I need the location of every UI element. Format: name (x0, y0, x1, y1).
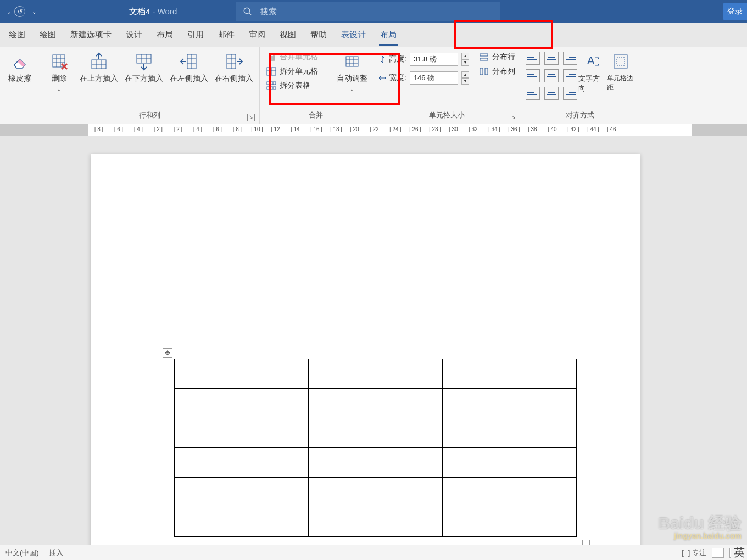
insert-below-icon (134, 52, 154, 71)
merge-group-label: 合并 (263, 110, 369, 122)
align-mid-left[interactable] (526, 69, 540, 82)
login-button[interactable]: 登录 (723, 3, 747, 20)
align-top-right[interactable] (563, 52, 577, 65)
height-spinner[interactable]: ▲▼ (461, 53, 469, 66)
tab-new[interactable]: 新建选项卡 (64, 24, 118, 46)
align-top-left[interactable] (526, 52, 540, 65)
chevron-down-icon: ⌄ (350, 87, 354, 92)
tab-draw1[interactable]: 绘图 (2, 24, 32, 46)
dialog-launcher-icon[interactable]: ↘ (510, 114, 517, 121)
svg-rect-34 (346, 57, 358, 66)
alignment-grid[interactable] (526, 48, 577, 100)
split-cells-icon (266, 66, 276, 76)
align-mid-right[interactable] (563, 69, 577, 82)
svg-rect-41 (480, 68, 483, 75)
split-table-button[interactable]: 拆分表格 (263, 79, 335, 92)
merge-cells-icon: ▦ (266, 52, 276, 62)
align-bot-right[interactable] (563, 87, 577, 100)
insert-below-button[interactable]: 在下方插入 (122, 48, 166, 83)
svg-rect-44 (614, 55, 627, 68)
width-spinner[interactable]: ▲▼ (461, 71, 469, 85)
tab-draw2[interactable]: 绘图 (33, 24, 63, 46)
cell-margins-icon (611, 52, 631, 71)
titlebar: ⌄ ↺ ⌄ 文档4 - Word 搜索 登录 (0, 0, 747, 23)
distribute-cols-button[interactable]: 分布列 (476, 65, 519, 78)
ribbon-tabs: 绘图 绘图 新建选项卡 设计 布局 引用 邮件 审阅 视图 帮助 表设计 布局 (0, 23, 747, 47)
insert-above-icon (89, 52, 109, 71)
width-icon (378, 74, 387, 82)
height-icon (378, 55, 387, 64)
split-cells-button[interactable]: 拆分单元格 (263, 65, 335, 78)
autofit-button[interactable]: 自动调整 ⌄ (336, 48, 369, 92)
width-input[interactable]: 146 磅 (410, 71, 458, 85)
svg-point-0 (244, 8, 250, 14)
cell-margins-button[interactable]: 单元格边距 (607, 48, 634, 92)
tab-review[interactable]: 审阅 (242, 24, 272, 46)
rows-cols-group-label: 行和列 ↘ (43, 110, 256, 122)
tab-layout[interactable]: 布局 (150, 24, 180, 46)
tab-table-layout[interactable]: 布局 (374, 24, 403, 46)
document-title: 文档4 - Word (129, 7, 177, 17)
tab-help[interactable]: 帮助 (304, 24, 333, 46)
distribute-rows-icon (479, 52, 489, 62)
delete-table-icon (49, 52, 69, 71)
eraser-icon (10, 52, 30, 71)
align-bot-left[interactable] (526, 87, 540, 100)
width-label: 宽度: (378, 73, 406, 83)
align-group-label: 对齐方式 (526, 110, 634, 122)
insert-above-button[interactable]: 在上方插入 (77, 48, 121, 83)
chevron-down-icon: ⌄ (57, 87, 62, 92)
height-label: 高度: (378, 54, 406, 64)
align-top-center[interactable] (544, 52, 559, 65)
split-table-icon (266, 81, 276, 91)
text-direction-icon: A (582, 52, 602, 71)
align-bot-center[interactable] (544, 87, 559, 100)
svg-rect-40 (480, 58, 488, 60)
horizontal-ruler[interactable]: | 8 || 6 || 4 || 2 || 2 || 4 || 6 || 8 |… (0, 124, 747, 136)
qat-dropdown-icon[interactable]: ⌄ (32, 9, 36, 15)
svg-rect-28 (267, 82, 276, 85)
distribute-rows-button[interactable]: 分布行 (476, 51, 519, 64)
tab-view[interactable]: 视图 (273, 24, 303, 46)
svg-line-1 (249, 13, 251, 15)
height-input[interactable]: 31.8 磅 (410, 53, 458, 66)
insert-left-icon (179, 52, 199, 71)
svg-rect-39 (480, 54, 488, 56)
ribbon: 橡皮擦 删除 ⌄ 在上方插入 在 (0, 47, 747, 124)
cell-size-group-label: 单元格大小 ↘ (376, 110, 519, 122)
tab-table-design[interactable]: 表设计 (335, 24, 372, 46)
dialog-launcher-icon[interactable]: ↘ (247, 114, 255, 121)
undo-icon[interactable]: ↺ (14, 6, 25, 17)
tab-references[interactable]: 引用 (181, 24, 210, 46)
insert-right-button[interactable]: 在右侧插入 (212, 48, 256, 83)
svg-text:A: A (587, 54, 595, 66)
tab-mailings[interactable]: 邮件 (211, 24, 241, 46)
save-dropdown-icon[interactable]: ⌄ (7, 9, 11, 15)
search-input[interactable]: 搜索 (236, 2, 500, 21)
distribute-cols-icon (479, 66, 489, 76)
svg-rect-29 (267, 87, 276, 89)
delete-button[interactable]: 删除 ⌄ (43, 48, 76, 92)
eraser-button[interactable]: 橡皮擦 (3, 48, 36, 83)
insert-left-button[interactable]: 在左侧插入 (167, 48, 211, 83)
svg-rect-42 (485, 68, 488, 75)
insert-right-icon (224, 52, 244, 71)
svg-rect-45 (617, 58, 625, 65)
align-mid-center[interactable] (544, 69, 559, 82)
text-direction-button[interactable]: A 文字方向 (578, 48, 606, 93)
merge-cells-button: ▦ 合并单元格 (263, 51, 335, 64)
autofit-icon (342, 52, 362, 71)
search-icon (243, 7, 253, 16)
tab-design[interactable]: 设计 (119, 24, 149, 46)
